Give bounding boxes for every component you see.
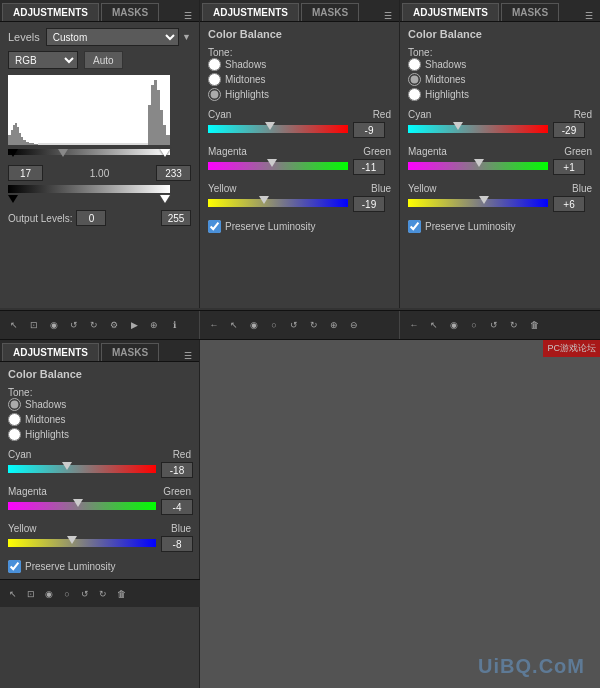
cyan-red-thumb-mid[interactable] (265, 122, 275, 130)
blue-label-mid: Blue (371, 183, 391, 194)
yellow-blue-thumb-mid[interactable] (259, 196, 269, 204)
tool-back-right[interactable]: ← (405, 316, 423, 334)
tool-more[interactable]: ▶ (125, 316, 143, 334)
yellow-blue-track-mid[interactable] (208, 199, 348, 207)
tool-refresh[interactable]: ↺ (65, 316, 83, 334)
btool-refresh[interactable]: ↺ (77, 586, 93, 602)
cyan-red-track-right[interactable] (408, 125, 548, 133)
tool-reset-right[interactable]: ↻ (505, 316, 523, 334)
tool-eye[interactable]: ◉ (45, 316, 63, 334)
yellow-blue-value-bottom[interactable]: -8 (161, 536, 193, 552)
cyan-red-value-bottom[interactable]: -18 (161, 462, 193, 478)
tab-masks-right[interactable]: MASKS (501, 3, 559, 21)
tool-add[interactable]: ⊕ (145, 316, 163, 334)
auto-button[interactable]: Auto (84, 51, 123, 69)
black-point-triangle[interactable] (8, 149, 18, 157)
tool-eye-right[interactable]: ◉ (445, 316, 463, 334)
output-white-triangle[interactable] (160, 195, 170, 203)
tab-adjustments-mid[interactable]: ADJUSTMENTS (202, 3, 299, 21)
highlights-radio-mid[interactable] (208, 88, 221, 101)
cyan-red-thumb-right[interactable] (453, 122, 463, 130)
yellow-blue-value-mid[interactable]: -19 (353, 196, 385, 212)
magenta-green-thumb-bottom[interactable] (73, 499, 83, 507)
tool-trash-right[interactable]: 🗑 (525, 316, 543, 334)
tab-masks-left[interactable]: MASKS (101, 3, 159, 21)
yellow-blue-track-right[interactable] (408, 199, 548, 207)
magenta-green-thumb-right[interactable] (474, 159, 484, 167)
white-input[interactable]: 233 (156, 165, 191, 181)
tool-circle-right[interactable]: ○ (465, 316, 483, 334)
preserve-lum-check-mid[interactable] (208, 220, 221, 233)
magenta-green-value-mid[interactable]: -11 (353, 159, 385, 175)
btool-trash[interactable]: 🗑 (113, 586, 129, 602)
shadows-radio-right[interactable] (408, 58, 421, 71)
btool-eye[interactable]: ◉ (41, 586, 57, 602)
highlights-radio-bottom[interactable] (8, 428, 21, 441)
cyan-red-value-mid[interactable]: -9 (353, 122, 385, 138)
midpoint-triangle[interactable] (58, 149, 68, 157)
cb-mid-title: Color Balance (208, 28, 391, 40)
tool-settings[interactable]: ⚙ (105, 316, 123, 334)
preset-select[interactable]: Custom (46, 28, 179, 46)
output-black-triangle[interactable] (8, 195, 18, 203)
cyan-red-track-bottom[interactable] (8, 465, 156, 473)
btool-pointer[interactable]: ↖ (5, 586, 21, 602)
channel-select[interactable]: RGB (8, 51, 78, 69)
panel-menu-bottom[interactable]: ☰ (179, 351, 197, 361)
btool-zoom[interactable]: ⊡ (23, 586, 39, 602)
magenta-green-value-right[interactable]: +1 (553, 159, 585, 175)
black-input[interactable]: 17 (8, 165, 43, 181)
tool-pointer[interactable]: ↖ (5, 316, 23, 334)
white-point-triangle[interactable] (160, 149, 170, 157)
shadows-radio-bottom[interactable] (8, 398, 21, 411)
tab-masks-bottom[interactable]: MASKS (101, 343, 159, 361)
midtones-radio-right[interactable] (408, 73, 421, 86)
tool-eye-mid[interactable]: ◉ (245, 316, 263, 334)
preserve-lum-check-right[interactable] (408, 220, 421, 233)
tool-back-mid[interactable]: ← (205, 316, 223, 334)
output-black-input[interactable]: 0 (76, 210, 106, 226)
midtones-radio-bottom[interactable] (8, 413, 21, 426)
tool-refresh-mid[interactable]: ↺ (285, 316, 303, 334)
magenta-green-track-mid[interactable] (208, 162, 348, 170)
yellow-blue-value-right[interactable]: +6 (553, 196, 585, 212)
midtones-radio-mid[interactable] (208, 73, 221, 86)
yellow-blue-track-bottom[interactable] (8, 539, 156, 547)
preserve-lum-check-bottom[interactable] (8, 560, 21, 573)
magenta-green-thumb-mid[interactable] (267, 159, 277, 167)
tab-adjustments-right[interactable]: ADJUSTMENTS (402, 3, 499, 21)
tool-pointer-mid[interactable]: ↖ (225, 316, 243, 334)
tool-del-mid[interactable]: ⊖ (345, 316, 363, 334)
tab-adjustments-left[interactable]: ADJUSTMENTS (2, 3, 99, 21)
highlights-radio-right[interactable] (408, 88, 421, 101)
output-slider[interactable] (8, 195, 170, 207)
tool-circle-mid[interactable]: ○ (265, 316, 283, 334)
yellow-blue-thumb-right[interactable] (479, 196, 489, 204)
magenta-green-value-bottom[interactable]: -4 (161, 499, 193, 515)
tool-refresh-right[interactable]: ↺ (485, 316, 503, 334)
yellow-blue-thumb-bottom[interactable] (67, 536, 77, 544)
btool-circle[interactable]: ○ (59, 586, 75, 602)
tool-crop[interactable]: ⊡ (25, 316, 43, 334)
shadows-radio-mid[interactable] (208, 58, 221, 71)
cyan-red-value-right[interactable]: -29 (553, 122, 585, 138)
panel-menu-left[interactable]: ☰ (179, 11, 197, 21)
cyan-red-thumb-bottom[interactable] (62, 462, 72, 470)
tab-adjustments-bottom[interactable]: ADJUSTMENTS (2, 343, 99, 361)
output-white-input[interactable]: 255 (161, 210, 191, 226)
tool-reset[interactable]: ↻ (85, 316, 103, 334)
tool-reset-mid[interactable]: ↻ (305, 316, 323, 334)
svg-rect-2 (11, 130, 13, 145)
cyan-red-track-mid[interactable] (208, 125, 348, 133)
tab-masks-mid[interactable]: MASKS (301, 3, 359, 21)
panel-menu-mid[interactable]: ☰ (379, 11, 397, 21)
magenta-green-track-bottom[interactable] (8, 502, 156, 510)
panel-menu-right[interactable]: ☰ (580, 11, 598, 21)
toolbar-right: ← ↖ ◉ ○ ↺ ↻ 🗑 (400, 311, 600, 339)
input-slider[interactable] (8, 149, 170, 163)
tool-info[interactable]: ℹ (165, 316, 183, 334)
btool-reset[interactable]: ↻ (95, 586, 111, 602)
tool-pointer-right[interactable]: ↖ (425, 316, 443, 334)
magenta-green-track-right[interactable] (408, 162, 548, 170)
tool-add-mid[interactable]: ⊕ (325, 316, 343, 334)
